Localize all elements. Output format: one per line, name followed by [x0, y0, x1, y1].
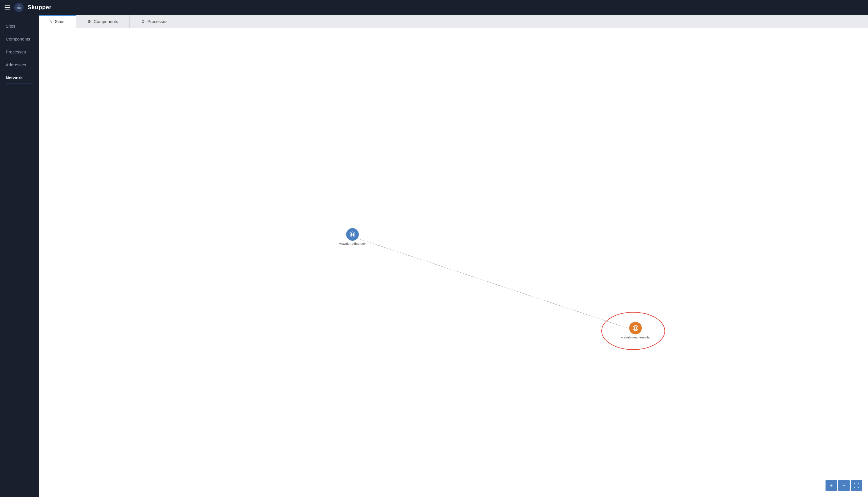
- svg-text:☠: ☠: [17, 4, 21, 10]
- tab-sites-label: Sites: [55, 19, 64, 24]
- sidebar-item-sites[interactable]: Sites: [0, 19, 39, 32]
- node2-circle: [629, 322, 642, 335]
- menu-icon[interactable]: [4, 5, 10, 10]
- app-header: ☠ Skupper: [0, 0, 868, 15]
- sidebar-item-network[interactable]: Network: [0, 71, 39, 84]
- zoom-controls: + −: [825, 480, 862, 491]
- node-vravula-mac-vravula[interactable]: vravula-mac-vravula: [621, 322, 650, 339]
- node1-circle: [346, 228, 359, 241]
- node2-label: vravula-mac-vravula: [621, 336, 650, 339]
- sites-tab-icon: ⑂: [50, 19, 53, 24]
- sidebar-item-components[interactable]: Components: [0, 32, 39, 45]
- sidebar-item-addresses[interactable]: Addresses: [0, 58, 39, 71]
- main-layout: Sites Components Processes Addresses Net…: [0, 15, 868, 497]
- node1-label: vravula-redhat-dev: [339, 242, 366, 245]
- processes-tab-icon: ⚙: [141, 19, 145, 24]
- graph-svg: [39, 28, 868, 497]
- content-area: ⑂ Sites ⚙ Components ⚙ Processes: [39, 15, 868, 497]
- zoom-out-button[interactable]: −: [838, 480, 850, 491]
- app-title: Skupper: [28, 4, 52, 11]
- zoom-in-button[interactable]: +: [825, 480, 837, 491]
- fit-view-button[interactable]: [851, 480, 862, 491]
- sidebar-item-processes[interactable]: Processes: [0, 45, 39, 58]
- tab-sites[interactable]: ⑂ Sites: [39, 15, 76, 28]
- tab-components[interactable]: ⚙ Components: [76, 15, 130, 28]
- tab-processes-label: Processes: [147, 19, 167, 24]
- graph-canvas[interactable]: vravula-redhat-dev vravula-mac-vravula: [39, 28, 868, 497]
- tab-components-label: Components: [93, 19, 118, 24]
- node-vravula-redhat-dev[interactable]: vravula-redhat-dev: [339, 228, 366, 245]
- sidebar: Sites Components Processes Addresses Net…: [0, 15, 39, 497]
- connection-line: [345, 235, 628, 328]
- tab-processes[interactable]: ⚙ Processes: [130, 15, 179, 28]
- components-tab-icon: ⚙: [88, 19, 91, 24]
- app-logo: ☠: [14, 2, 24, 13]
- tabs-bar: ⑂ Sites ⚙ Components ⚙ Processes: [39, 15, 868, 28]
